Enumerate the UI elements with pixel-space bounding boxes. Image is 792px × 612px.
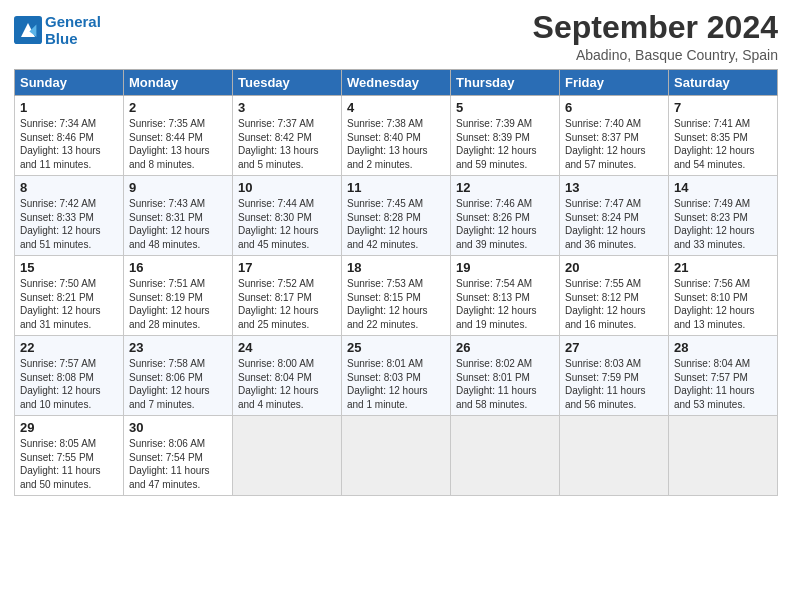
day-info: Sunrise: 7:57 AMSunset: 8:08 PMDaylight:… (20, 357, 118, 411)
day-cell-21: 21Sunrise: 7:56 AMSunset: 8:10 PMDayligh… (669, 256, 778, 336)
location: Abadino, Basque Country, Spain (533, 47, 778, 63)
day-info: Sunrise: 7:35 AMSunset: 8:44 PMDaylight:… (129, 117, 227, 171)
header-cell-monday: Monday (124, 70, 233, 96)
logo-icon (14, 16, 42, 44)
day-info: Sunrise: 7:52 AMSunset: 8:17 PMDaylight:… (238, 277, 336, 331)
header: General Blue September 2024 Abadino, Bas… (14, 10, 778, 63)
day-info: Sunrise: 8:06 AMSunset: 7:54 PMDaylight:… (129, 437, 227, 491)
day-number: 19 (456, 260, 554, 275)
header-row: SundayMondayTuesdayWednesdayThursdayFrid… (15, 70, 778, 96)
day-info: Sunrise: 8:05 AMSunset: 7:55 PMDaylight:… (20, 437, 118, 491)
empty-cell (560, 416, 669, 496)
day-info: Sunrise: 7:53 AMSunset: 8:15 PMDaylight:… (347, 277, 445, 331)
day-cell-24: 24Sunrise: 8:00 AMSunset: 8:04 PMDayligh… (233, 336, 342, 416)
empty-cell (451, 416, 560, 496)
day-number: 21 (674, 260, 772, 275)
day-info: Sunrise: 7:42 AMSunset: 8:33 PMDaylight:… (20, 197, 118, 251)
day-cell-28: 28Sunrise: 8:04 AMSunset: 7:57 PMDayligh… (669, 336, 778, 416)
day-info: Sunrise: 7:51 AMSunset: 8:19 PMDaylight:… (129, 277, 227, 331)
day-cell-1: 1Sunrise: 7:34 AMSunset: 8:46 PMDaylight… (15, 96, 124, 176)
title-block: September 2024 Abadino, Basque Country, … (533, 10, 778, 63)
header-cell-sunday: Sunday (15, 70, 124, 96)
day-cell-3: 3Sunrise: 7:37 AMSunset: 8:42 PMDaylight… (233, 96, 342, 176)
day-cell-29: 29Sunrise: 8:05 AMSunset: 7:55 PMDayligh… (15, 416, 124, 496)
day-number: 3 (238, 100, 336, 115)
day-info: Sunrise: 8:04 AMSunset: 7:57 PMDaylight:… (674, 357, 772, 411)
day-cell-4: 4Sunrise: 7:38 AMSunset: 8:40 PMDaylight… (342, 96, 451, 176)
day-cell-17: 17Sunrise: 7:52 AMSunset: 8:17 PMDayligh… (233, 256, 342, 336)
day-number: 30 (129, 420, 227, 435)
week-row-2: 8Sunrise: 7:42 AMSunset: 8:33 PMDaylight… (15, 176, 778, 256)
day-number: 4 (347, 100, 445, 115)
day-info: Sunrise: 7:43 AMSunset: 8:31 PMDaylight:… (129, 197, 227, 251)
day-number: 23 (129, 340, 227, 355)
day-info: Sunrise: 7:55 AMSunset: 8:12 PMDaylight:… (565, 277, 663, 331)
day-info: Sunrise: 7:46 AMSunset: 8:26 PMDaylight:… (456, 197, 554, 251)
day-number: 27 (565, 340, 663, 355)
day-info: Sunrise: 7:47 AMSunset: 8:24 PMDaylight:… (565, 197, 663, 251)
day-cell-20: 20Sunrise: 7:55 AMSunset: 8:12 PMDayligh… (560, 256, 669, 336)
day-number: 14 (674, 180, 772, 195)
day-cell-9: 9Sunrise: 7:43 AMSunset: 8:31 PMDaylight… (124, 176, 233, 256)
day-info: Sunrise: 7:41 AMSunset: 8:35 PMDaylight:… (674, 117, 772, 171)
empty-cell (233, 416, 342, 496)
week-row-3: 15Sunrise: 7:50 AMSunset: 8:21 PMDayligh… (15, 256, 778, 336)
day-number: 17 (238, 260, 336, 275)
day-cell-30: 30Sunrise: 8:06 AMSunset: 7:54 PMDayligh… (124, 416, 233, 496)
day-cell-23: 23Sunrise: 7:58 AMSunset: 8:06 PMDayligh… (124, 336, 233, 416)
day-cell-11: 11Sunrise: 7:45 AMSunset: 8:28 PMDayligh… (342, 176, 451, 256)
day-info: Sunrise: 7:39 AMSunset: 8:39 PMDaylight:… (456, 117, 554, 171)
day-number: 29 (20, 420, 118, 435)
day-cell-22: 22Sunrise: 7:57 AMSunset: 8:08 PMDayligh… (15, 336, 124, 416)
day-number: 10 (238, 180, 336, 195)
day-number: 28 (674, 340, 772, 355)
day-info: Sunrise: 7:45 AMSunset: 8:28 PMDaylight:… (347, 197, 445, 251)
header-cell-tuesday: Tuesday (233, 70, 342, 96)
day-info: Sunrise: 7:37 AMSunset: 8:42 PMDaylight:… (238, 117, 336, 171)
day-info: Sunrise: 8:03 AMSunset: 7:59 PMDaylight:… (565, 357, 663, 411)
day-number: 26 (456, 340, 554, 355)
day-cell-15: 15Sunrise: 7:50 AMSunset: 8:21 PMDayligh… (15, 256, 124, 336)
calendar-page: General Blue September 2024 Abadino, Bas… (0, 0, 792, 612)
header-cell-wednesday: Wednesday (342, 70, 451, 96)
day-number: 1 (20, 100, 118, 115)
empty-cell (342, 416, 451, 496)
day-number: 5 (456, 100, 554, 115)
day-cell-14: 14Sunrise: 7:49 AMSunset: 8:23 PMDayligh… (669, 176, 778, 256)
day-cell-26: 26Sunrise: 8:02 AMSunset: 8:01 PMDayligh… (451, 336, 560, 416)
logo-line1: General (45, 13, 101, 30)
day-cell-25: 25Sunrise: 8:01 AMSunset: 8:03 PMDayligh… (342, 336, 451, 416)
day-number: 20 (565, 260, 663, 275)
day-number: 9 (129, 180, 227, 195)
header-cell-saturday: Saturday (669, 70, 778, 96)
day-info: Sunrise: 8:02 AMSunset: 8:01 PMDaylight:… (456, 357, 554, 411)
day-cell-6: 6Sunrise: 7:40 AMSunset: 8:37 PMDaylight… (560, 96, 669, 176)
day-cell-12: 12Sunrise: 7:46 AMSunset: 8:26 PMDayligh… (451, 176, 560, 256)
week-row-5: 29Sunrise: 8:05 AMSunset: 7:55 PMDayligh… (15, 416, 778, 496)
day-info: Sunrise: 7:58 AMSunset: 8:06 PMDaylight:… (129, 357, 227, 411)
day-number: 6 (565, 100, 663, 115)
day-cell-16: 16Sunrise: 7:51 AMSunset: 8:19 PMDayligh… (124, 256, 233, 336)
day-info: Sunrise: 8:00 AMSunset: 8:04 PMDaylight:… (238, 357, 336, 411)
day-number: 8 (20, 180, 118, 195)
day-number: 13 (565, 180, 663, 195)
day-info: Sunrise: 8:01 AMSunset: 8:03 PMDaylight:… (347, 357, 445, 411)
empty-cell (669, 416, 778, 496)
day-cell-27: 27Sunrise: 8:03 AMSunset: 7:59 PMDayligh… (560, 336, 669, 416)
day-info: Sunrise: 7:44 AMSunset: 8:30 PMDaylight:… (238, 197, 336, 251)
day-info: Sunrise: 7:40 AMSunset: 8:37 PMDaylight:… (565, 117, 663, 171)
header-cell-thursday: Thursday (451, 70, 560, 96)
day-info: Sunrise: 7:56 AMSunset: 8:10 PMDaylight:… (674, 277, 772, 331)
day-cell-13: 13Sunrise: 7:47 AMSunset: 8:24 PMDayligh… (560, 176, 669, 256)
day-cell-7: 7Sunrise: 7:41 AMSunset: 8:35 PMDaylight… (669, 96, 778, 176)
day-cell-2: 2Sunrise: 7:35 AMSunset: 8:44 PMDaylight… (124, 96, 233, 176)
day-number: 16 (129, 260, 227, 275)
day-number: 2 (129, 100, 227, 115)
day-number: 22 (20, 340, 118, 355)
logo-line2: Blue (45, 30, 78, 47)
day-number: 15 (20, 260, 118, 275)
day-number: 25 (347, 340, 445, 355)
week-row-1: 1Sunrise: 7:34 AMSunset: 8:46 PMDaylight… (15, 96, 778, 176)
day-cell-5: 5Sunrise: 7:39 AMSunset: 8:39 PMDaylight… (451, 96, 560, 176)
day-cell-18: 18Sunrise: 7:53 AMSunset: 8:15 PMDayligh… (342, 256, 451, 336)
